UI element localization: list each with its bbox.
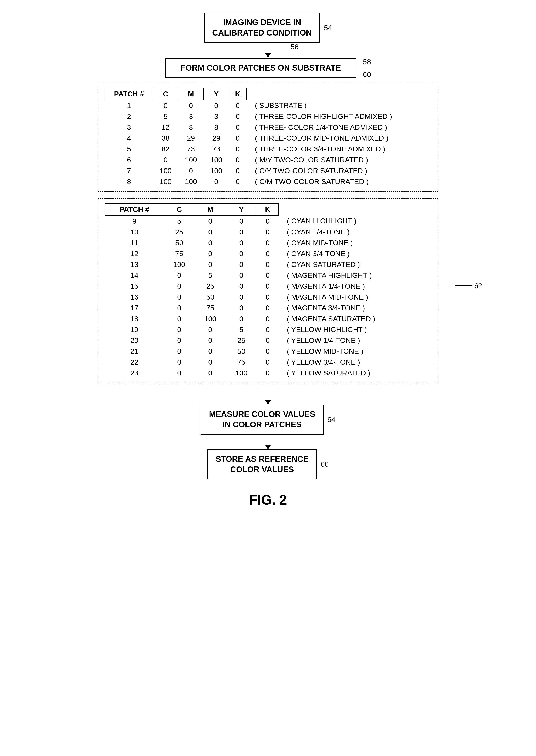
t2-y-4: 0	[226, 259, 257, 270]
box2-text: FORM COLOR PATCHES ON SUBSTRATE	[181, 63, 341, 72]
table2-row: 19 0 0 5 0 ( YELLOW HIGHLIGHT )	[105, 324, 431, 335]
t1-m-2: 8	[178, 122, 204, 133]
t2-y-9: 0	[226, 313, 257, 324]
t2-patch-4: 13	[105, 259, 164, 270]
t2-k-1: 0	[257, 227, 279, 237]
t2-k-8: 0	[257, 303, 279, 313]
col-c-header-1: C	[153, 88, 178, 100]
t1-desc-2: ( THREE- COLOR 1/4-TONE ADMIXED )	[246, 122, 431, 133]
t1-patch-4: 5	[105, 144, 153, 154]
t1-m-3: 29	[178, 133, 204, 144]
t1-m-0: 0	[178, 100, 204, 111]
table2-row: 10 25 0 0 0 ( CYAN 1/4-TONE )	[105, 227, 431, 237]
t2-desc-10: ( YELLOW HIGHLIGHT )	[279, 324, 431, 335]
t2-k-4: 0	[257, 259, 279, 270]
page: IMAGING DEVICE IN CALIBRATED CONDITION 5…	[77, 13, 459, 743]
col-k-header-1: K	[229, 88, 246, 100]
table2-row: 11 50 0 0 0 ( CYAN MID-TONE )	[105, 237, 431, 248]
t2-patch-1: 10	[105, 227, 164, 237]
col-m-header-1: M	[178, 88, 204, 100]
t2-k-3: 0	[257, 248, 279, 259]
t1-k-6: 0	[229, 165, 246, 176]
table2-row: 14 0 5 0 0 ( MAGENTA HIGHLIGHT )	[105, 270, 431, 281]
t2-desc-8: ( MAGENTA 3/4-TONE )	[279, 303, 431, 313]
ref-58-label: 58	[363, 58, 371, 66]
col-desc-header-2	[279, 203, 431, 215]
t1-y-6: 100	[204, 165, 229, 176]
t1-y-0: 0	[204, 100, 229, 111]
t1-m-5: 100	[178, 154, 204, 165]
t2-patch-2: 11	[105, 237, 164, 248]
table2-row: 16 0 50 0 0 ( MAGENTA MID-TONE )	[105, 292, 431, 303]
t1-desc-3: ( THREE-COLOR MID-TONE ADMIXED )	[246, 133, 431, 144]
t2-c-13: 0	[164, 357, 195, 368]
t2-y-11: 25	[226, 335, 257, 346]
t1-patch-0: 1	[105, 100, 153, 111]
t2-y-2: 0	[226, 237, 257, 248]
t2-m-7: 50	[195, 292, 226, 303]
t2-k-5: 0	[257, 270, 279, 281]
col-y-header-1: Y	[204, 88, 229, 100]
table2-row: 23 0 0 100 0 ( YELLOW SATURATED )	[105, 368, 431, 378]
col-m-header-2: M	[195, 203, 226, 215]
t1-y-5: 100	[204, 154, 229, 165]
t2-c-12: 0	[164, 346, 195, 357]
t2-k-2: 0	[257, 237, 279, 248]
t1-k-5: 0	[229, 154, 246, 165]
t2-m-14: 0	[195, 368, 226, 378]
t2-k-0: 0	[257, 215, 279, 227]
t1-y-2: 8	[204, 122, 229, 133]
t2-k-6: 0	[257, 281, 279, 292]
t2-m-0: 0	[195, 215, 226, 227]
ref-54-label: 54	[324, 24, 332, 32]
t2-y-3: 0	[226, 248, 257, 259]
t2-desc-9: ( MAGENTA SATURATED )	[279, 313, 431, 324]
t2-k-7: 0	[257, 292, 279, 303]
t2-patch-0: 9	[105, 215, 164, 227]
table1-dashed-box: PATCH # C M Y K 1 0 0 0 0 ( SUBSTRATE ) …	[98, 83, 438, 192]
t1-k-2: 0	[229, 122, 246, 133]
t1-c-3: 38	[153, 133, 178, 144]
table2-row: 18 0 100 0 0 ( MAGENTA SATURATED )	[105, 313, 431, 324]
t2-desc-7: ( MAGENTA MID-TONE )	[279, 292, 431, 303]
t2-desc-6: ( MAGENTA 1/4-TONE )	[279, 281, 431, 292]
t1-y-1: 3	[204, 111, 229, 122]
t2-desc-4: ( CYAN SATURATED )	[279, 259, 431, 270]
t2-k-12: 0	[257, 346, 279, 357]
t1-desc-1: ( THREE-COLOR HIGHLIGHT ADMIXED )	[246, 111, 431, 122]
t1-desc-7: ( C/M TWO-COLOR SATURATED )	[246, 176, 431, 187]
box1-text: IMAGING DEVICE IN CALIBRATED CONDITION	[212, 18, 312, 37]
table2-row: 17 0 75 0 0 ( MAGENTA 3/4-TONE )	[105, 303, 431, 313]
t2-k-9: 0	[257, 313, 279, 324]
t1-y-3: 29	[204, 133, 229, 144]
t2-y-5: 0	[226, 270, 257, 281]
t2-y-12: 50	[226, 346, 257, 357]
t1-c-7: 100	[153, 176, 178, 187]
t2-patch-6: 15	[105, 281, 164, 292]
t2-c-0: 5	[164, 215, 195, 227]
t2-m-4: 0	[195, 259, 226, 270]
col-k-header-2: K	[257, 203, 279, 215]
t2-m-2: 0	[195, 237, 226, 248]
table2-dashed-box: PATCH # C M Y K 9 5 0 0 0 ( CYAN HIGHLIG…	[98, 198, 438, 383]
t1-k-0: 0	[229, 100, 246, 111]
t2-patch-10: 19	[105, 324, 164, 335]
t1-c-5: 0	[153, 154, 178, 165]
t1-k-7: 0	[229, 176, 246, 187]
ref-62-container: 62	[455, 281, 482, 290]
t1-c-2: 12	[153, 122, 178, 133]
t2-c-3: 75	[164, 248, 195, 259]
t2-patch-13: 22	[105, 357, 164, 368]
t2-y-1: 0	[226, 227, 257, 237]
t2-y-14: 100	[226, 368, 257, 378]
t1-patch-2: 3	[105, 122, 153, 133]
t2-c-4: 100	[164, 259, 195, 270]
t2-c-9: 0	[164, 313, 195, 324]
table1-row: 5 82 73 73 0 ( THREE-COLOR 3/4-TONE ADMI…	[105, 144, 431, 154]
t2-m-11: 0	[195, 335, 226, 346]
table2-row: 9 5 0 0 0 ( CYAN HIGHLIGHT )	[105, 215, 431, 227]
t2-patch-12: 21	[105, 346, 164, 357]
t1-patch-7: 8	[105, 176, 153, 187]
t2-c-2: 50	[164, 237, 195, 248]
t1-c-1: 5	[153, 111, 178, 122]
